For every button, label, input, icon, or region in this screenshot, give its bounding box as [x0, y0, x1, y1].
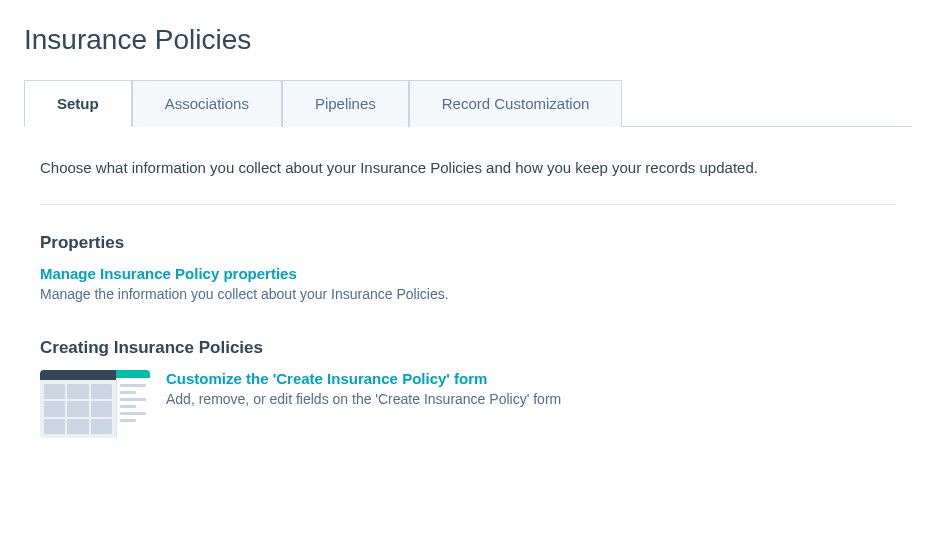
tab-setup[interactable]: Setup — [24, 80, 132, 127]
setup-content: Choose what information you collect abou… — [24, 127, 912, 438]
manage-properties-link[interactable]: Manage Insurance Policy properties — [40, 265, 896, 282]
page-title: Insurance Policies — [24, 24, 912, 56]
customize-form-desc: Add, remove, or edit fields on the 'Crea… — [166, 391, 561, 407]
tab-record-customization[interactable]: Record Customization — [409, 80, 623, 127]
divider — [40, 204, 896, 205]
form-thumbnail-icon — [40, 370, 150, 438]
customize-form-card: Customize the 'Create Insurance Policy' … — [40, 370, 896, 438]
setup-intro: Choose what information you collect abou… — [40, 159, 896, 176]
manage-properties-desc: Manage the information you collect about… — [40, 286, 896, 302]
creating-heading: Creating Insurance Policies — [40, 338, 896, 358]
tab-pipelines[interactable]: Pipelines — [282, 80, 409, 127]
properties-heading: Properties — [40, 233, 896, 253]
tabs: Setup Associations Pipelines Record Cust… — [24, 80, 912, 127]
customize-form-link[interactable]: Customize the 'Create Insurance Policy' … — [166, 370, 561, 387]
tab-associations[interactable]: Associations — [132, 80, 282, 127]
